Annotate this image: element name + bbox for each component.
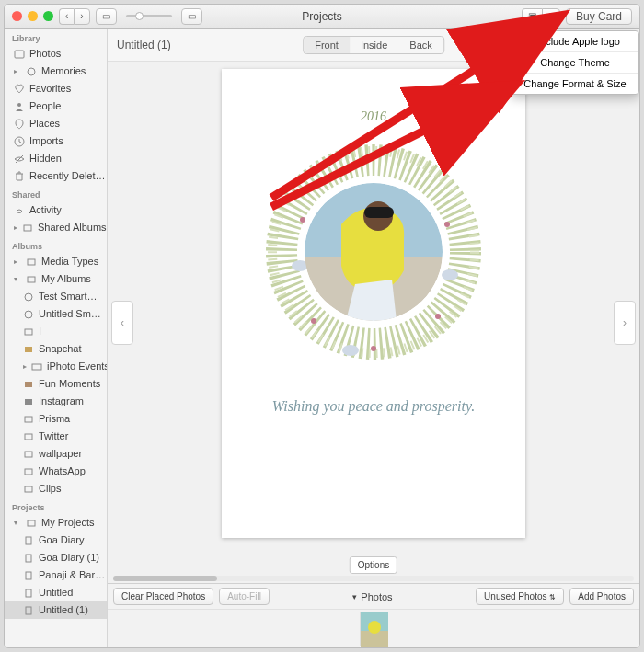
tab-front[interactable]: Front xyxy=(304,37,350,53)
settings-dropdown-button[interactable]: ▯ xyxy=(542,8,560,25)
svg-point-31 xyxy=(435,314,441,319)
svg-rect-15 xyxy=(25,417,32,422)
sidebar-item-untitled-1[interactable]: Untitled (1) xyxy=(5,601,107,619)
sidebar-item-goa-diary-1[interactable]: Goa Diary (1) xyxy=(5,549,107,566)
tab-inside[interactable]: Inside xyxy=(350,37,398,53)
sidebar-item-test-smart[interactable]: Test Smart… xyxy=(5,288,107,305)
card-side-tabs[interactable]: Front Inside Back xyxy=(303,36,444,54)
sidebar-item-goa-diary[interactable]: Goa Diary xyxy=(5,532,107,549)
sidebar-header-albums: Albums xyxy=(5,236,107,253)
card-year: 2016 xyxy=(361,109,386,124)
card-wreath xyxy=(259,137,489,367)
sidebar-item-wallpaper[interactable]: wallpaper xyxy=(5,445,107,463)
sidebar-item-twitter[interactable]: Twitter xyxy=(5,428,107,445)
sidebar-item-album-i[interactable]: I xyxy=(5,323,107,340)
sidebar-item-panaji[interactable]: Panaji & Bar… xyxy=(5,566,107,584)
minimize-window-button[interactable] xyxy=(28,11,38,21)
sidebar-item-favorites[interactable]: Favorites xyxy=(5,80,107,97)
svg-point-2 xyxy=(17,103,21,107)
svg-rect-12 xyxy=(32,364,41,370)
svg-point-29 xyxy=(444,222,450,227)
sidebar-item-fun-moments[interactable]: Fun Moments xyxy=(5,375,107,393)
photos-dropdown[interactable]: ▾Photos xyxy=(352,591,392,602)
svg-rect-13 xyxy=(25,382,32,387)
svg-point-8 xyxy=(25,293,32,301)
canvas-scrollbar[interactable] xyxy=(113,576,634,581)
sidebar-item-prisma[interactable]: Prisma xyxy=(5,410,107,428)
svg-point-1 xyxy=(28,68,35,75)
unused-photos-filter[interactable]: Unused Photos ⇅ xyxy=(476,588,564,605)
sidebar-item-whatsapp[interactable]: WhatsApp xyxy=(5,463,107,480)
card-message: Wishing you peace and prosperity. xyxy=(272,398,475,415)
sidebar-item-my-projects[interactable]: ▾My Projects xyxy=(5,514,107,532)
tab-back[interactable]: Back xyxy=(398,37,443,53)
svg-rect-25 xyxy=(26,607,31,614)
next-page-button[interactable]: › xyxy=(614,301,636,345)
svg-rect-16 xyxy=(25,434,32,440)
clear-placed-photos-button[interactable]: Clear Placed Photos xyxy=(113,588,213,605)
menu-change-format-size[interactable]: Change Format & Size xyxy=(512,74,638,94)
svg-rect-10 xyxy=(25,329,32,335)
sidebar-header-shared: Shared xyxy=(5,185,107,201)
sidebar-item-hidden[interactable]: Hidden xyxy=(5,150,107,167)
svg-rect-6 xyxy=(28,259,35,265)
svg-rect-0 xyxy=(15,51,24,58)
sidebar-item-my-albums[interactable]: ▾My Albums xyxy=(5,270,107,288)
source-list-sidebar[interactable]: Library Photos ▸Memories Favorites Peopl… xyxy=(5,29,108,647)
add-photos-button[interactable]: Add Photos xyxy=(569,588,634,605)
svg-rect-21 xyxy=(26,537,31,544)
svg-rect-19 xyxy=(25,486,32,492)
sidebar-item-instagram[interactable]: Instagram xyxy=(5,393,107,410)
svg-point-32 xyxy=(371,153,376,158)
sidebar-item-memories[interactable]: ▸Memories xyxy=(5,63,107,80)
svg-point-35 xyxy=(442,269,458,280)
svg-rect-20 xyxy=(28,520,35,526)
sidebar-item-activity[interactable]: Activity xyxy=(5,201,107,219)
traffic-lights xyxy=(12,11,53,21)
nav-back-forward[interactable]: ‹ › xyxy=(59,8,90,25)
card-canvas: ‹ › 2016 xyxy=(108,62,639,583)
tray-photo-thumbnail[interactable] xyxy=(360,612,387,646)
back-button[interactable]: ‹ xyxy=(59,8,74,25)
sidebar-item-shared-albums[interactable]: ▸Shared Albums xyxy=(5,219,107,236)
thumbnail-large-icon[interactable]: ▭ xyxy=(181,8,202,25)
forward-button[interactable]: › xyxy=(74,8,89,25)
svg-point-44 xyxy=(368,621,381,634)
sidebar-item-untitled-smart[interactable]: Untitled Sm… xyxy=(5,305,107,323)
maximize-window-button[interactable] xyxy=(43,11,53,21)
svg-rect-22 xyxy=(26,555,31,562)
sidebar-item-people[interactable]: People xyxy=(5,97,107,115)
sidebar-item-iphoto-events[interactable]: ▸iPhoto Events xyxy=(5,358,107,375)
options-button[interactable]: Options xyxy=(350,556,397,574)
auto-fill-button[interactable]: Auto-Fill xyxy=(219,588,270,605)
card-photo[interactable] xyxy=(305,183,443,321)
thumbnail-small-icon[interactable]: ▭ xyxy=(96,8,117,25)
sidebar-header-projects: Projects xyxy=(5,498,107,514)
window-title: Projects xyxy=(302,10,341,23)
card-preview[interactable]: 2016 xyxy=(222,69,525,538)
sidebar-item-clips[interactable]: Clips xyxy=(5,480,107,498)
buy-card-button[interactable]: Buy Card xyxy=(566,8,632,25)
sidebar-item-places[interactable]: Places xyxy=(5,115,107,132)
sidebar-header-library: Library xyxy=(5,29,107,45)
sidebar-item-photos[interactable]: Photos xyxy=(5,45,107,63)
svg-rect-7 xyxy=(28,277,35,282)
svg-rect-11 xyxy=(25,347,32,352)
svg-rect-23 xyxy=(26,572,31,579)
sidebar-item-media-types[interactable]: ▸Media Types xyxy=(5,253,107,270)
sidebar-item-untitled[interactable]: Untitled xyxy=(5,584,107,601)
zoom-slider[interactable] xyxy=(126,15,172,17)
sidebar-item-snapchat[interactable]: Snapchat xyxy=(5,340,107,358)
svg-point-33 xyxy=(371,346,376,351)
window-titlebar: ‹ › ▭ ▭ Projects ▣ ▯ Buy Card xyxy=(5,5,639,29)
menu-change-theme[interactable]: Change Theme xyxy=(512,52,638,74)
prev-page-button[interactable]: ‹ xyxy=(111,301,133,345)
sidebar-item-recently-deleted[interactable]: Recently Delet… xyxy=(5,167,107,185)
document-title: Untitled (1) xyxy=(108,39,171,51)
sidebar-item-imports[interactable]: Imports xyxy=(5,132,107,150)
close-window-button[interactable] xyxy=(12,11,22,21)
menu-include-apple-logo[interactable]: Include Apple logo xyxy=(512,31,638,52)
checkbox-icon[interactable] xyxy=(521,36,532,47)
layout-view-button[interactable]: ▣ xyxy=(522,8,542,25)
svg-rect-5 xyxy=(24,225,31,231)
